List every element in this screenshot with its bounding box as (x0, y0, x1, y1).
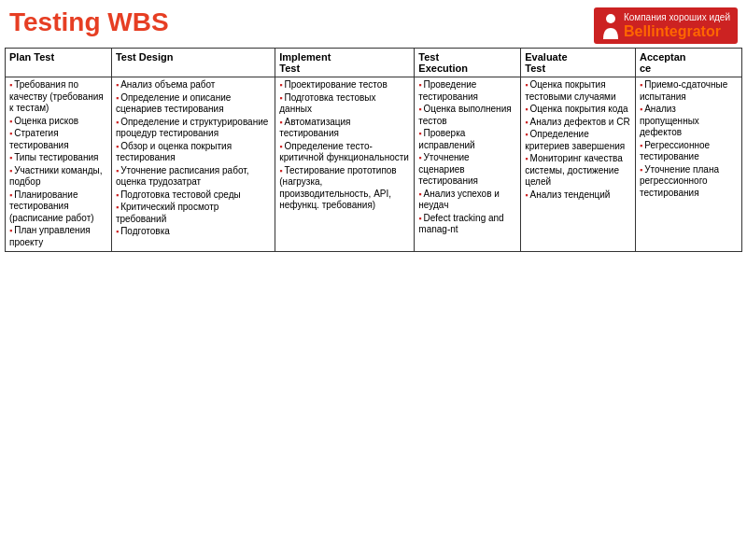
logo-plain-part: integrator (651, 23, 721, 39)
list-item: Анализ дефектов и CR (525, 117, 631, 129)
page-header: Testing WBS Компания хороших идей Bellin… (0, 0, 747, 48)
list-item: Defect tracking and manag-nt (418, 213, 516, 236)
logo-brand: Bellintegrator (624, 23, 730, 40)
list-item: Обзор и оценка покрытия тестирования (116, 141, 271, 164)
list-item: Подготовка тестовой среды (116, 189, 271, 202)
list-item: Планирование тестирования (расписание ра… (9, 189, 107, 225)
list-item: Регрессионное тестирование (640, 140, 738, 163)
list-item: Проведение тестирования (418, 79, 516, 103)
list-item: Тестирование прототипов (нагрузка, произ… (279, 165, 410, 212)
list-item: Оценка выполнения тестов (418, 104, 516, 127)
col-acceptance: Acceptance (635, 49, 741, 77)
evaluate-test-cell: Оценка покрытия тестовыми случаями Оценк… (521, 77, 636, 252)
list-item: Подготовка тестовых данных (279, 92, 410, 116)
test-execution-cell: Проведение тестирования Оценка выполнени… (415, 77, 521, 252)
list-item: Оценка покрытия кода (525, 104, 631, 116)
list-item: Уточнение сценариев тестирования (418, 152, 516, 188)
list-item: Требования по качеству (требования к тес… (9, 79, 107, 115)
list-item: Оценка покрытия тестовыми случаями (525, 79, 631, 103)
plan-test-cell: Требования по качеству (требования к тес… (6, 77, 112, 252)
list-item: Уточнение расписания работ, оценка трудо… (116, 165, 271, 189)
logo-person-icon (601, 13, 620, 39)
company-logo: Компания хороших идей Bellintegrator (594, 7, 738, 44)
list-item: Уточнение плана регрессионного тестирова… (640, 164, 738, 200)
list-item: Подготовка (116, 226, 271, 238)
list-item: Участники команды, подбор (9, 165, 107, 189)
table-row: Требования по качеству (требования к тес… (6, 77, 742, 252)
logo-bold-part: Bell (624, 23, 651, 39)
table-header-row: Plan Test Test Design ImplementTest Test… (6, 49, 742, 77)
logo-top-text: Компания хороших идей (624, 11, 730, 23)
acceptance-cell: Приемо-сдаточные испытания Анализ пропущ… (635, 77, 741, 252)
list-item: Определение и структурирование процедур … (116, 117, 271, 140)
wbs-table: Plan Test Test Design ImplementTest Test… (5, 48, 742, 252)
list-item: Анализ объема работ (116, 79, 271, 91)
col-plan-test: Plan Test (6, 49, 112, 77)
list-item: Приемо-сдаточные испытания (640, 79, 738, 103)
list-item: Проектирование тестов (279, 79, 410, 91)
implement-test-cell: Проектирование тестов Подготовка тестовы… (275, 77, 415, 252)
list-item: Проверка исправлений (418, 128, 516, 151)
col-implement-test: ImplementTest (275, 49, 415, 77)
list-item: Мониторинг качества системы, достижение … (525, 153, 631, 189)
list-item: Типы тестирования (9, 152, 107, 164)
list-item: Оценка рисков (9, 116, 107, 128)
list-item: Анализ успехов и неудач (418, 189, 516, 212)
list-item: Анализ тенденций (525, 189, 631, 202)
list-item: План управления проекту (9, 225, 107, 248)
svg-point-0 (606, 14, 615, 23)
col-test-design: Test Design (111, 49, 275, 77)
list-item: Критический просмотр требований (116, 202, 271, 225)
list-item: Определение и описание сценариев тестиро… (116, 92, 271, 116)
list-item: Определение критериев завершения (525, 129, 631, 152)
list-item: Анализ пропущенных дефектов (640, 104, 738, 139)
col-evaluate-test: EvaluateTest (521, 49, 636, 77)
page-title: Testing WBS (9, 7, 169, 37)
col-test-execution: TestExecution (415, 49, 521, 77)
list-item: Стратегия тестирования (9, 128, 107, 151)
test-design-cell: Анализ объема работ Определение и описан… (111, 77, 275, 252)
list-item: Определение тесто-критичной функциональн… (279, 141, 410, 164)
list-item: Автоматизация тестирования (279, 117, 410, 140)
